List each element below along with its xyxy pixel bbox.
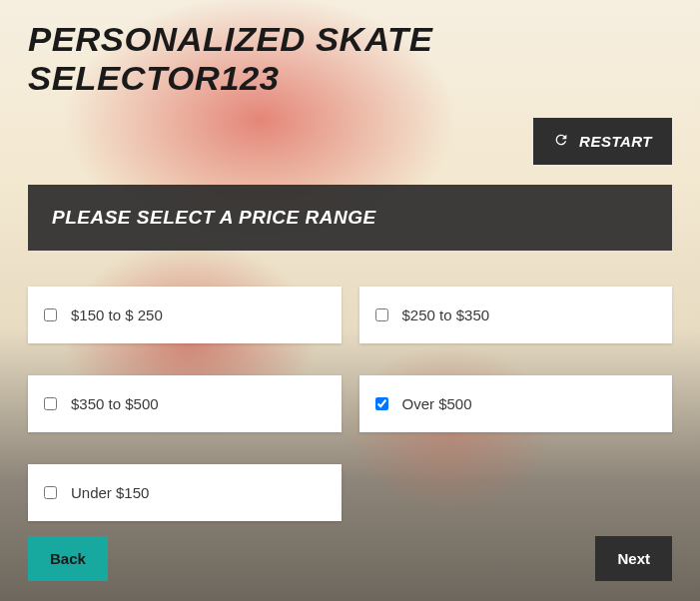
option-checkbox[interactable] xyxy=(44,308,57,321)
price-options-grid: $150 to $ 250 $250 to $350 $350 to $500 … xyxy=(28,287,672,521)
option-over-500[interactable]: Over $500 xyxy=(359,375,673,432)
page-title: PERSONALIZED SKATE SELECTOR123 xyxy=(28,20,685,98)
option-label: Under $150 xyxy=(71,484,149,501)
option-checkbox[interactable] xyxy=(44,486,57,499)
option-label: $150 to $ 250 xyxy=(71,306,163,323)
refresh-icon xyxy=(553,132,569,151)
option-label: $250 to $350 xyxy=(402,306,490,323)
option-checkbox[interactable] xyxy=(375,308,388,321)
option-label: Over $500 xyxy=(402,395,472,412)
option-150-250[interactable]: $150 to $ 250 xyxy=(28,287,342,343)
restart-row: RESTART xyxy=(28,118,672,165)
option-250-350[interactable]: $250 to $350 xyxy=(359,287,673,343)
back-button[interactable]: Back xyxy=(28,536,108,581)
option-checkbox[interactable] xyxy=(375,397,388,410)
restart-button[interactable]: RESTART xyxy=(533,118,672,165)
selector-panel: PERSONALIZED SKATE SELECTOR123 RESTART P… xyxy=(0,0,700,601)
option-350-500[interactable]: $350 to $500 xyxy=(28,375,342,432)
next-button[interactable]: Next xyxy=(595,536,672,581)
nav-row: Back Next xyxy=(28,536,672,581)
restart-label: RESTART xyxy=(579,133,652,150)
option-under-150[interactable]: Under $150 xyxy=(28,464,342,521)
option-label: $350 to $500 xyxy=(71,395,159,412)
option-checkbox[interactable] xyxy=(44,397,57,410)
instruction-bar: PLEASE SELECT A PRICE RANGE xyxy=(28,185,672,251)
